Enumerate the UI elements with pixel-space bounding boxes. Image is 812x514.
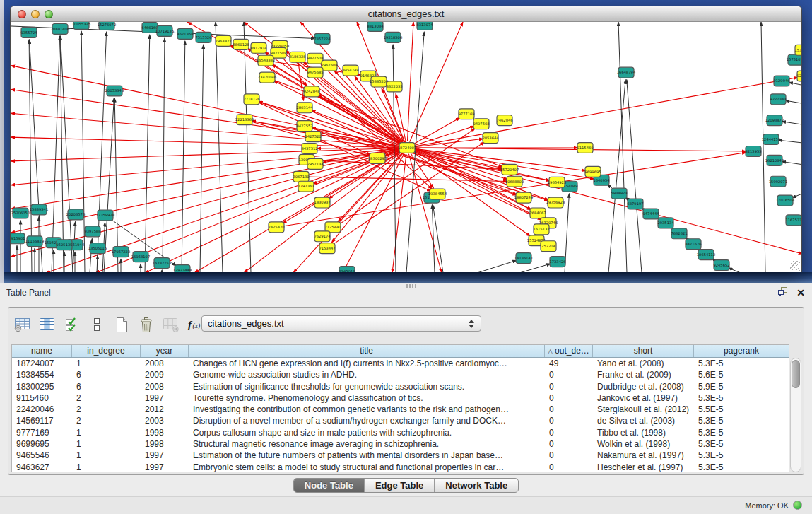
new-table-icon[interactable] [112,315,131,334]
table-cell[interactable]: 18300295 [12,381,72,392]
window-resize-grip[interactable] [790,261,800,271]
table-cell[interactable]: 5.9E-5 [694,381,789,392]
table-cell[interactable]: 9463627 [12,462,72,472]
graph-node[interactable]: 20053346 [105,86,124,96]
graph-node[interactable]: 23420046 [258,72,276,83]
graph-edge[interactable] [145,35,150,272]
table-cell[interactable]: Nakamura et al. (1997) [593,450,694,461]
graph-node[interactable]: 12093872 [765,115,784,126]
table-row[interactable]: 911546021997Tourette syndrome. Phenomeno… [12,392,789,404]
table-row[interactable]: 969969511998Structural magnetic resonanc… [12,438,789,450]
table-cell[interactable]: 0 [545,427,593,438]
graph-node[interactable]: 7857224 [314,33,330,44]
graph-node[interactable]: 9505135 [56,240,72,250]
graph-node[interactable]: 9699695 [584,166,601,177]
table-cell[interactable]: 5.6E-5 [694,369,789,380]
table-cell[interactable]: Tibbo et al. (1998) [593,427,694,438]
graph-node[interactable]: 2957134 [307,158,323,169]
graph-node[interactable]: 8427552 [296,121,312,132]
graph-node[interactable]: 15839341 [30,204,48,215]
table-cell[interactable]: 5.3E-5 [694,392,789,404]
table-cell[interactable]: 5.3E-5 [694,415,789,426]
table-cell[interactable]: 1 [72,427,141,438]
graph-node[interactable]: 7632621 [671,228,687,239]
graph-node[interactable]: 7462046 [496,115,512,126]
graph-edge[interactable] [519,264,551,272]
table-cell[interactable]: 5.3E-5 [694,427,789,438]
graph-node[interactable]: 2427520 [305,132,321,142]
graph-node[interactable]: 1615132 [533,224,549,235]
graph-node[interactable]: 10055325 [72,22,90,29]
table-cell[interactable]: 1997 [141,450,189,461]
column-header-pagerank[interactable]: pagerank [694,345,789,357]
graph-node[interactable]: 10688809 [505,176,524,187]
graph-node[interactable]: 16648794 [617,67,635,78]
table-cell[interactable]: 1 [72,450,141,461]
table-cell[interactable]: Hescheler et al. (1997) [593,462,694,472]
table-cell[interactable]: 22420046 [12,404,72,415]
graph-edge[interactable] [407,22,413,141]
table-cell[interactable]: 2 [72,415,141,426]
graph-node[interactable]: 15751074 [787,54,801,65]
graph-node[interactable]: 15276072 [98,22,116,30]
graph-node[interactable]: 3067130 [293,171,309,182]
table-cell[interactable]: Wolkin et al. (1998) [593,438,694,450]
graph-node[interactable]: 17016504 [776,195,794,206]
table-cell[interactable]: Genome-wide association studies in ADHD. [189,369,545,380]
graph-edge[interactable] [216,22,223,272]
table-options-icon[interactable] [13,315,32,334]
graph-node[interactable]: 9242848 [303,86,319,97]
graph-edge[interactable] [782,161,801,164]
table-cell[interactable]: 9115460 [12,392,72,404]
graph-node[interactable]: 2718126 [243,94,259,105]
graph-node[interactable]: 8186328 [289,52,305,62]
graph-node[interactable]: 9245652 [713,260,729,271]
table-cell[interactable]: Estimation of significance thresholds fo… [189,381,545,392]
table-cell[interactable]: 1 [72,358,141,369]
panel-splitter-handle[interactable] [406,284,418,288]
graph-node[interactable]: 9475685 [307,67,323,78]
graph-node[interactable]: 7515526 [195,32,211,42]
graph-node[interactable]: 16543382 [257,55,275,66]
table-cell[interactable]: Disruption of a novel member of a sodium… [189,415,545,426]
table-cell[interactable]: 5.3E-5 [694,358,789,369]
graph-edge[interactable] [313,160,502,169]
table-cell[interactable]: de Silva et al. (2003) [593,415,694,426]
graph-edge[interactable] [413,126,475,146]
table-cell[interactable]: 0 [545,369,593,380]
graph-node[interactable]: 10654112 [697,250,715,260]
tab-edge-table[interactable]: Edge Table [365,479,435,492]
table-cell[interactable]: 1997 [141,392,189,404]
table-cell[interactable]: 5.5E-5 [694,404,789,415]
row-height-icon[interactable] [87,315,106,334]
graph-edge[interactable] [627,80,642,272]
graph-node[interactable]: 15885200 [370,76,388,87]
graph-node[interactable]: 17359928 [96,210,114,221]
table-cell[interactable]: 2008 [141,381,189,392]
table-cell[interactable]: Tourette syndrome. Phenomenology and cla… [189,392,545,404]
table-cell[interactable]: 0 [545,462,593,472]
memory-status-indicator[interactable] [793,501,802,510]
close-panel-icon[interactable]: ✕ [796,288,805,298]
graph-node[interactable]: 7425420 [268,222,284,233]
graph-edge[interactable] [244,22,251,272]
graph-node[interactable]: 8437512 [301,144,317,154]
graph-node[interactable]: 17957223 [112,247,130,257]
table-cell[interactable]: 6 [72,369,141,380]
table-cell[interactable]: 18724007 [12,358,72,369]
graph-node[interactable]: 2684067 [529,208,546,218]
table-cell[interactable]: Franke et al. (2009) [593,369,694,380]
table-cell[interactable]: 1 [72,438,141,450]
graph-edge[interactable] [52,36,60,272]
graph-node[interactable]: 16782753 [153,258,171,269]
graph-node[interactable]: 7153447 [319,243,335,254]
graph-edge[interactable] [413,117,461,144]
graph-node[interactable]: 7963822 [215,35,231,46]
graph-node[interactable]: 252214 [541,241,556,252]
column-header-title[interactable]: title [189,345,545,357]
graph-node[interactable]: 20206576 [66,209,85,220]
graph-node[interactable]: 9474444 [642,209,659,219]
graph-edge[interactable] [317,95,531,210]
table-cell[interactable]: 2003 [141,415,189,426]
table-row[interactable]: 946362711997Embryonic stem cells: a mode… [12,462,789,472]
